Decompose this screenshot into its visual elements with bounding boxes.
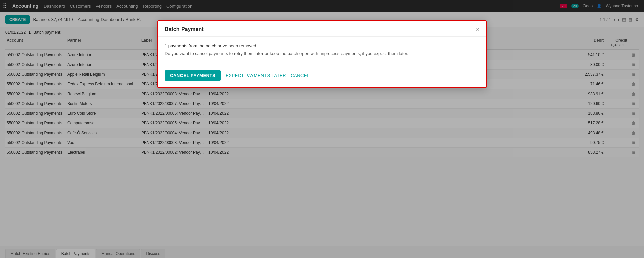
modal-body: 1 payments from the batch have been remo… xyxy=(158,37,486,67)
modal-header: Batch Payment × xyxy=(158,21,486,37)
expect-payments-later-button[interactable]: EXPECT PAYMENTS LATER xyxy=(226,70,286,81)
modal-close-button[interactable]: × xyxy=(476,26,479,32)
cancel-button[interactable]: CANCEL xyxy=(291,70,310,81)
batch-payment-modal: Batch Payment × 1 payments from the batc… xyxy=(157,20,487,88)
modal-message1: 1 payments from the batch have been remo… xyxy=(165,43,479,48)
modal-title: Batch Payment xyxy=(165,26,204,32)
cancel-payments-button[interactable]: CANCEL PAYMENTS xyxy=(165,70,221,81)
modal-message2: Do you want to cancel payments to retry … xyxy=(165,51,479,56)
modal-footer: CANCEL PAYMENTS EXPECT PAYMENTS LATER CA… xyxy=(158,67,486,87)
modal-overlay: Batch Payment × 1 payments from the batc… xyxy=(0,0,644,258)
